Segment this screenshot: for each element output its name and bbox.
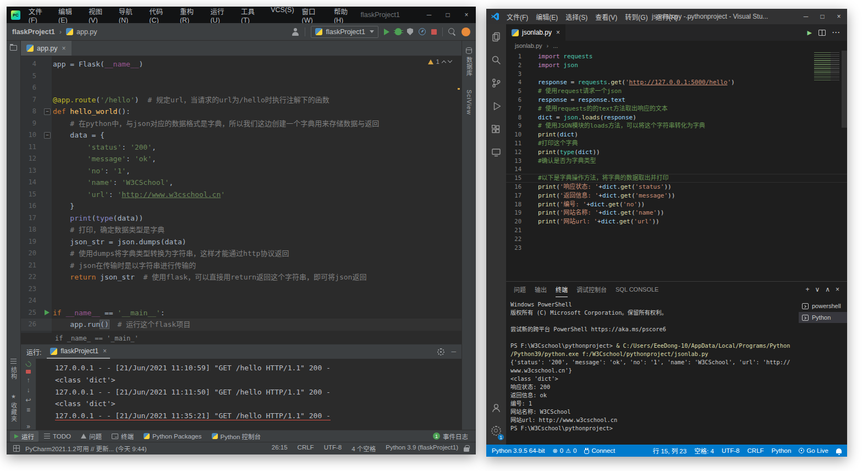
encoding-status[interactable]: UTF-8 [722,447,740,454]
code-line[interactable]: 1import requests [506,52,847,61]
line-number[interactable]: 23 [21,283,42,295]
status-item[interactable]: Python 3.9 (flaskProject1) [386,444,458,453]
code-line[interactable]: 13#确认是否为字典类型 [506,157,847,166]
line-number[interactable]: 8 [21,106,42,118]
line-number[interactable]: 4 [21,58,42,70]
structure-tool-button[interactable]: 结构 [9,359,18,380]
code-line[interactable]: 16print('响应状态: '+dict.get('status')) [506,183,847,191]
line-number[interactable]: 13 [506,157,525,166]
code-line[interactable]: 编号: 1 [510,399,795,408]
code-line[interactable]: 10 data = { [21,129,462,141]
line-number[interactable]: 17 [506,191,525,200]
line-number[interactable]: 14 [506,165,525,174]
line-number[interactable]: 23 [506,244,525,253]
terminal-item-powershell[interactable]: powershell [799,300,847,311]
maximize-panel-icon[interactable]: ∧ [825,286,830,293]
new-terminal-icon[interactable]: + [805,286,809,293]
code-line[interactable]: 26 app.run() # 运行这个flask项目 [21,319,462,331]
run-button[interactable] [384,29,389,35]
minimap[interactable] [814,52,840,81]
line-number[interactable]: 6 [21,82,42,94]
line-number[interactable]: 3 [506,70,525,79]
code-line[interactable]: 8dict = json.loads(response) [506,113,847,122]
toolwindow-switcher-icon[interactable] [13,445,20,452]
tab-output[interactable]: 输出 [535,282,547,297]
sciview-tool-button[interactable]: SciView [466,90,473,115]
database-tool-button[interactable]: 数据库 [465,47,474,76]
menu-icon[interactable]: ≡ [26,407,30,413]
code-line[interactable]: 15 'url': 'http://www.w3cschool.cn' [21,189,462,201]
code-line[interactable]: 14 'name': 'W3CSchool', [21,177,462,189]
code-line[interactable]: 5 [21,70,462,83]
code-with-me-icon[interactable] [291,28,299,36]
project-tool-button[interactable] [10,45,17,51]
scrollbar[interactable] [842,51,847,128]
code-line[interactable]: 21 [506,226,847,235]
hide-panel-icon[interactable]: ─ [451,348,456,355]
code-line[interactable]: 14 [506,165,847,174]
code-line[interactable]: 11 'status': '200', [21,141,462,154]
code-line[interactable]: 返回信息: ok [510,391,795,399]
avatar-icon[interactable] [462,28,470,36]
run-config-selector[interactable]: flaskProject1 [311,26,378,38]
code-line[interactable]: 4response = requests.get('http://127.0.0… [506,78,847,87]
go-live-status[interactable]: Go Live [799,447,828,454]
chevron-up-icon[interactable] [442,61,446,65]
stop-button[interactable] [431,29,437,35]
line-number[interactable]: 19 [21,236,42,248]
run-debug-icon[interactable] [486,95,506,118]
indentation-status[interactable]: 空格: 4 [694,446,714,455]
down-stack-icon[interactable]: ↓ [27,387,30,393]
code-line[interactable]: 8def hello_world(): [21,106,462,118]
lock-icon[interactable] [464,447,469,452]
chevron-down-icon[interactable]: ∨ [815,286,820,293]
tab-sql-console[interactable]: SQL CONSOLE [616,282,658,297]
code-line[interactable]: 22 [506,235,847,244]
code-line[interactable]: 21 # json在传输时是以字符串进行传输的 [21,260,462,272]
line-number[interactable]: 5 [21,70,42,83]
event-log-button[interactable]: 1 事件日志 [428,431,473,442]
coverage-button[interactable] [407,28,413,35]
code-line[interactable]: <class 'dict'> [55,398,457,410]
status-item[interactable]: CRLF [298,444,314,453]
more-actions-icon[interactable]: ··· [832,29,840,36]
terminal[interactable]: Windows PowerShell版权所有 (C) Microsoft Cor… [506,297,799,445]
code-line[interactable]: 127.0.0.1 - - [21/Jun/2021 11:10:59] "GE… [55,362,457,374]
code-line[interactable]: 12 'message': 'ok', [21,153,462,165]
line-number[interactable]: 11 [506,139,525,148]
favorites-tool-button[interactable]: ★ 收藏夹 [9,394,18,422]
line-number[interactable]: 15 [21,189,42,201]
split-editor-icon[interactable] [818,30,826,36]
code-line[interactable]: 20print('网站url: '+dict.get('url')) [506,217,847,226]
code-line[interactable]: 网站名称: W3CSchool [510,408,795,416]
code-line[interactable]: 25if __name__ == '__main__': [21,307,462,319]
line-number[interactable]: 11 [21,141,42,154]
editor-tab-app-py[interactable]: app.py × [21,41,72,56]
breadcrumb-file[interactable]: jsonlab.py [515,42,542,49]
minimize-button[interactable]: ─ [798,9,814,24]
code-line[interactable]: 19print('网站名称: '+dict.get('name')) [506,209,847,217]
breadcrumb-file[interactable]: app.py [76,28,97,36]
language-status[interactable]: Python [772,447,792,454]
code-editor[interactable]: 4app = Flask(__name__)5 6 7@app.route('/… [21,56,462,331]
code-line[interactable]: 10print(dict) [506,130,847,139]
code-line[interactable]: 尝试新的跨平台 PowerShell https://aka.ms/pscore… [510,325,795,333]
line-number[interactable]: 13 [21,165,42,177]
code-line[interactable]: 7# 使用requests的的text方法取出响应的文本 [506,105,847,113]
close-button[interactable]: × [831,9,847,24]
line-number[interactable]: 6 [506,96,525,105]
cursor-position-status[interactable]: 行 15, 列 23 [653,446,686,455]
code-line[interactable]: 5# 使用request请求一个json [506,87,847,96]
code-line[interactable]: 9# 使用JSON模块的loads方法，可以将这个字符串转化为字典 [506,122,847,130]
line-number[interactable]: 25 [21,307,42,319]
code-line[interactable]: {'status': '200', 'message': 'ok', 'no':… [510,358,795,366]
code-line[interactable]: PS F:\W3Cschool\pythonproject> & C:/User… [510,342,795,350]
line-number[interactable]: 18 [21,224,42,236]
code-line[interactable]: 127.0.0.1 - - [21/Jun/2021 11:35:21] "GE… [55,410,457,422]
code-line[interactable]: 13 'no': '1', [21,165,462,177]
connect-status[interactable]: Connect [584,447,615,454]
line-number[interactable]: 17 [21,212,42,224]
status-item[interactable]: UTF-8 [324,444,342,453]
line-number[interactable]: 16 [21,200,42,212]
menu-item[interactable]: 查看(V) [591,10,621,24]
